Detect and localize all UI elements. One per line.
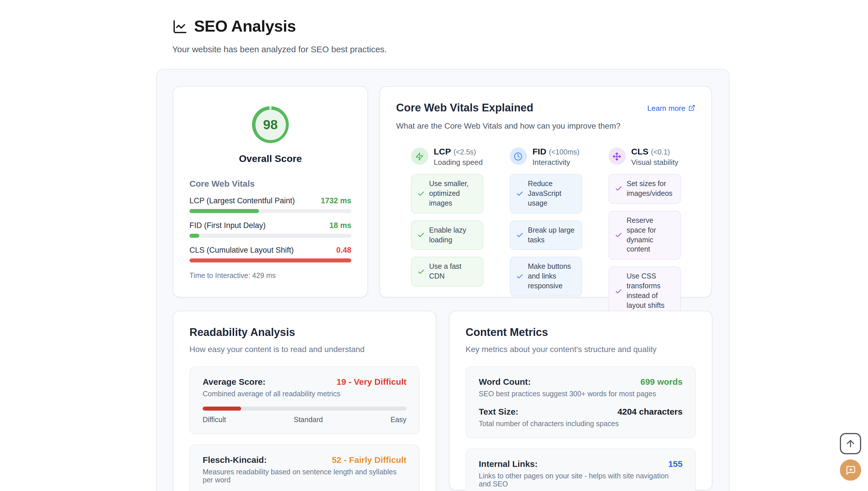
page-header: SEO Analysis Your website has been analy… bbox=[172, 17, 387, 54]
cls-column: CLS (<0.1) Visual stability Set sizes fo… bbox=[608, 144, 681, 323]
internal-links-value: 155 bbox=[668, 459, 683, 469]
overall-score-card: 98 Overall Score Core Web Vitals LCP (La… bbox=[173, 86, 368, 297]
word-count-desc: SEO best practices suggest 300+ words fo… bbox=[479, 390, 683, 398]
internal-links-metric: Internal Links: 155 Links to other pages… bbox=[479, 459, 683, 488]
scale-label-difficult: Difficult bbox=[203, 416, 226, 424]
fid-value: 18 ms bbox=[329, 221, 351, 230]
lcp-desc: Loading speed bbox=[434, 157, 483, 166]
external-link-icon bbox=[688, 105, 695, 111]
fid-progress-bar bbox=[189, 234, 351, 238]
cls-abbr: CLS bbox=[631, 146, 649, 156]
fid-desc: Interactivity bbox=[533, 157, 579, 166]
lcp-threshold: (<2.5s) bbox=[453, 148, 476, 156]
cls-value: 0.48 bbox=[336, 246, 351, 254]
core-web-vitals-explained-card: Core Web Vitals Explained Learn more Wha… bbox=[380, 86, 712, 297]
cls-progress-bar bbox=[189, 258, 351, 262]
chart-line-icon bbox=[172, 19, 188, 34]
cls-label: CLS (Cumulative Layout Shift) bbox=[189, 246, 294, 254]
content-metrics-card: Content Metrics Key metrics about your c… bbox=[449, 311, 712, 490]
fid-tip: Make buttons and links responsive bbox=[509, 257, 582, 296]
check-icon bbox=[417, 268, 424, 276]
core-web-vitals-heading: Core Web Vitals bbox=[189, 179, 351, 189]
seo-analysis-page: SEO Analysis Your website has been analy… bbox=[0, 0, 868, 491]
cls-tip: Reserve space for dynamic content bbox=[608, 211, 681, 260]
average-score-box: Average Score: 19 - Very Difficult Combi… bbox=[189, 366, 420, 434]
check-icon bbox=[615, 231, 622, 239]
fid-threshold: (<100ms) bbox=[549, 148, 579, 156]
clock-icon bbox=[509, 148, 527, 165]
check-icon bbox=[417, 190, 424, 198]
check-icon bbox=[516, 190, 523, 198]
lcp-tip: Use a fast CDN bbox=[411, 257, 483, 287]
check-icon bbox=[516, 273, 523, 280]
cls-tip: Set sizes for images/videos bbox=[608, 174, 681, 204]
lcp-progress-bar bbox=[189, 209, 351, 213]
screen: SEO Analysis Your website has been analy… bbox=[0, 0, 868, 491]
cls-tip: Use CSS transforms instead of layout shi… bbox=[608, 267, 681, 316]
scale-label-easy: Easy bbox=[390, 416, 407, 424]
seo-results-panel: 98 Overall Score Core Web Vitals LCP (La… bbox=[156, 69, 730, 491]
text-size-label: Text Size: bbox=[479, 407, 518, 416]
content-counts-box: Word Count: 699 words SEO best practices… bbox=[466, 366, 696, 438]
lcp-value: 1732 ms bbox=[321, 196, 351, 205]
text-size-desc: Total number of characters including spa… bbox=[479, 420, 683, 428]
average-score-desc: Combined average of all readability metr… bbox=[203, 390, 407, 398]
lcp-tip: Use smaller, optimized images bbox=[411, 174, 483, 213]
readability-title: Readability Analysis bbox=[189, 326, 420, 339]
word-count-label: Word Count: bbox=[479, 377, 531, 386]
check-icon bbox=[615, 287, 622, 295]
zap-icon bbox=[411, 148, 428, 165]
text-size-metric: Text Size: 4204 characters Total number … bbox=[479, 407, 683, 428]
vitals-card-subtitle: What are the Core Web Vitals and how can… bbox=[396, 121, 695, 131]
arrow-up-icon bbox=[845, 438, 856, 449]
content-metrics-title: Content Metrics bbox=[466, 326, 696, 339]
fid-column: FID (<100ms) Interactivity Reduce JavaSc… bbox=[509, 144, 582, 323]
cls-desc: Visual stability bbox=[631, 157, 678, 166]
readability-subtitle: How easy your content is to read and und… bbox=[189, 345, 420, 354]
scale-label-standard: Standard bbox=[294, 416, 323, 424]
learn-more-link[interactable]: Learn more bbox=[647, 104, 695, 112]
scroll-to-top-button[interactable] bbox=[840, 433, 861, 454]
readability-metrics-box: Flesch-Kincaid: 52 - Fairly Difficult Me… bbox=[189, 444, 420, 491]
page-title: SEO Analysis bbox=[194, 17, 296, 36]
flesch-kincaid-metric: Flesch-Kincaid: 52 - Fairly Difficult Me… bbox=[203, 455, 407, 484]
page-subtitle: Your website has been analyzed for SEO b… bbox=[172, 44, 387, 54]
lcp-abbr: LCP bbox=[434, 146, 451, 156]
vitals-columns: LCP (<2.5s) Loading speed Use smaller, o… bbox=[411, 144, 681, 323]
lcp-label: LCP (Largest Contentful Paint) bbox=[189, 196, 295, 205]
average-score-value: 19 - Very Difficult bbox=[337, 377, 407, 386]
message-square-plus-icon bbox=[845, 465, 856, 475]
internal-links-label: Internal Links: bbox=[479, 459, 538, 469]
fid-tip: Break up large tasks bbox=[509, 220, 582, 250]
move-icon bbox=[608, 148, 625, 165]
lcp-column: LCP (<2.5s) Loading speed Use smaller, o… bbox=[411, 144, 483, 323]
text-size-value: 4204 characters bbox=[618, 407, 683, 416]
time-to-interactive: Time to Interactive: 429 ms bbox=[189, 271, 351, 280]
fid-tip: Reduce JavaScript usage bbox=[509, 174, 582, 213]
feedback-chat-button[interactable] bbox=[840, 459, 861, 481]
fid-abbr: FID bbox=[533, 146, 546, 156]
flesch-kincaid-desc: Measures readability based on sentence l… bbox=[203, 468, 407, 484]
overall-score-label: Overall Score bbox=[189, 153, 351, 165]
cls-threshold: (<0.1) bbox=[651, 148, 670, 156]
cls-metric: CLS (Cumulative Layout Shift) 0.48 bbox=[189, 246, 351, 262]
word-count-value: 699 words bbox=[640, 377, 683, 386]
flesch-kincaid-value: 52 - Fairly Difficult bbox=[332, 455, 407, 465]
content-metrics-subtitle: Key metrics about your content's structu… bbox=[466, 345, 696, 354]
average-score-label: Average Score: bbox=[203, 377, 266, 386]
fid-metric: FID (First Input Delay) 18 ms bbox=[189, 221, 351, 238]
readability-analysis-card: Readability Analysis How easy your conte… bbox=[173, 311, 436, 491]
score-progress-ring: 98 bbox=[252, 106, 289, 143]
vitals-card-title: Core Web Vitals Explained bbox=[396, 102, 533, 114]
links-box: Internal Links: 155 Links to other pages… bbox=[466, 449, 696, 491]
check-icon bbox=[516, 231, 523, 239]
lcp-tip: Enable lazy loading bbox=[411, 220, 483, 250]
flesch-kincaid-label: Flesch-Kincaid: bbox=[203, 455, 267, 465]
word-count-metric: Word Count: 699 words SEO best practices… bbox=[479, 377, 683, 398]
fid-label: FID (First Input Delay) bbox=[189, 221, 266, 230]
check-icon bbox=[615, 185, 622, 193]
overall-score-value: 98 bbox=[263, 117, 277, 133]
readability-scale-bar bbox=[203, 407, 407, 411]
lcp-metric: LCP (Largest Contentful Paint) 1732 ms bbox=[189, 196, 351, 213]
check-icon bbox=[417, 231, 424, 239]
